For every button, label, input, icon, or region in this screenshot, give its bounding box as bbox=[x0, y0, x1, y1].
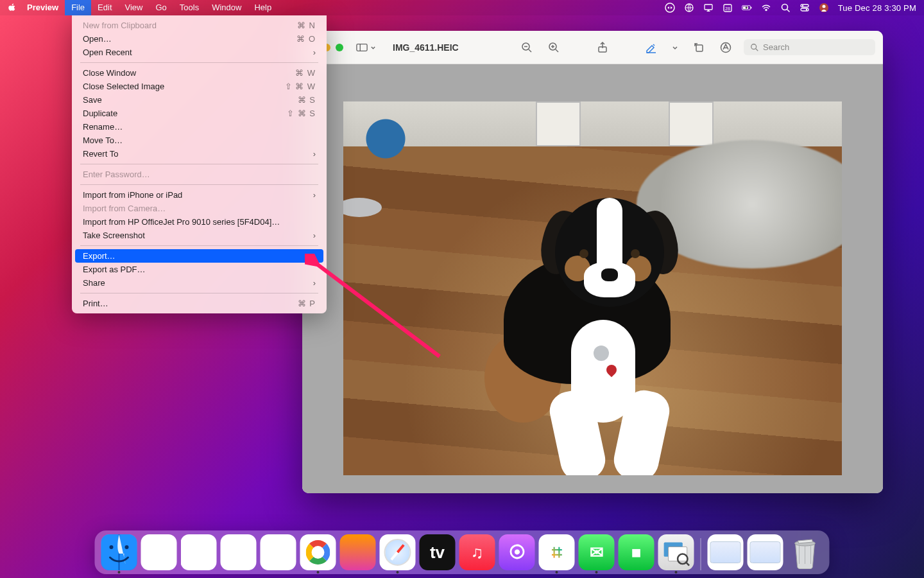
file-menu-duplicate[interactable]: Duplicate⇧ ⌘ S bbox=[75, 107, 323, 120]
markup-button[interactable] bbox=[642, 39, 660, 57]
date-icon[interactable]: 28 bbox=[723, 3, 733, 13]
dock-preview[interactable] bbox=[658, 534, 694, 570]
window-titlebar: IMG_4611.HEIC Search bbox=[302, 31, 883, 64]
svg-line-18 bbox=[529, 49, 531, 52]
menubar-clock[interactable]: Tue Dec 28 3:30 PM bbox=[838, 3, 916, 13]
svg-line-29 bbox=[756, 48, 758, 51]
menu-view[interactable]: View bbox=[119, 0, 150, 15]
svg-text:28: 28 bbox=[725, 6, 730, 11]
dock-minimized-thumb-a[interactable] bbox=[708, 534, 744, 570]
dock-outlook[interactable]: O bbox=[261, 534, 296, 570]
menu-help[interactable]: Help bbox=[248, 0, 278, 15]
markup-dropdown[interactable] bbox=[669, 39, 681, 57]
share-button[interactable] bbox=[594, 39, 612, 57]
file-menu-dropdown: New from Clipboard⌘ NOpen…⌘ OOpen Recent… bbox=[72, 15, 327, 313]
menu-app-name[interactable]: Preview bbox=[21, 0, 65, 15]
svg-point-28 bbox=[751, 44, 757, 49]
dock-firefox[interactable] bbox=[340, 534, 376, 570]
globe-icon[interactable] bbox=[684, 3, 694, 13]
rotate-button[interactable] bbox=[690, 39, 708, 57]
dock-messages[interactable]: ✉ bbox=[579, 534, 615, 570]
svg-point-32 bbox=[110, 545, 114, 549]
zoom-out-button[interactable] bbox=[518, 39, 536, 57]
search-icon bbox=[750, 43, 759, 52]
dock-facetime[interactable]: ■ bbox=[619, 534, 654, 570]
svg-point-33 bbox=[125, 545, 129, 549]
file-menu-share[interactable]: Share› bbox=[75, 276, 323, 290]
svg-rect-2 bbox=[705, 4, 712, 10]
file-menu-rename[interactable]: Rename… bbox=[75, 120, 323, 134]
file-menu-print[interactable]: Print…⌘ P bbox=[75, 297, 323, 310]
dock-finder[interactable] bbox=[101, 534, 137, 570]
svg-line-21 bbox=[556, 49, 558, 52]
image-canvas[interactable] bbox=[302, 64, 883, 493]
dock-powerpoint[interactable]: P bbox=[141, 534, 177, 570]
screen-mirror-icon[interactable] bbox=[703, 3, 714, 13]
control-center-icon[interactable] bbox=[800, 3, 810, 13]
file-menu-open[interactable]: Open…⌘ O bbox=[75, 32, 323, 46]
svg-rect-6 bbox=[751, 7, 751, 9]
sidebar-toggle-button[interactable] bbox=[352, 40, 380, 55]
file-menu-export-as-pdf[interactable]: Export as PDF… bbox=[75, 263, 323, 276]
dock: PXWOtv♫⦿⌗✉■ bbox=[95, 530, 830, 574]
spotlight-icon[interactable] bbox=[780, 3, 791, 13]
dock-word[interactable]: W bbox=[221, 534, 257, 570]
file-menu-close-window[interactable]: Close Window⌘ W bbox=[75, 66, 323, 80]
search-placeholder: Search bbox=[763, 42, 789, 52]
file-menu-import-from-iphone-or-ipad[interactable]: Import from iPhone or iPad› bbox=[75, 188, 323, 202]
dock-slack[interactable]: ⌗ bbox=[539, 534, 575, 570]
file-menu-enter-password: Enter Password… bbox=[75, 168, 323, 181]
status-icons: 28 Tue Dec 28 3:30 PM bbox=[665, 3, 916, 13]
battery-icon[interactable] bbox=[742, 3, 752, 13]
file-menu-import-from-camera: Import from Camera… bbox=[75, 202, 323, 215]
file-menu-close-selected-image[interactable]: Close Selected Image⇧ ⌘ W bbox=[75, 80, 323, 93]
svg-point-14 bbox=[822, 5, 825, 8]
zoom-in-button[interactable] bbox=[545, 39, 563, 57]
file-menu-open-recent[interactable]: Open Recent› bbox=[75, 46, 323, 59]
info-button[interactable] bbox=[717, 39, 735, 57]
menu-edit[interactable]: Edit bbox=[91, 0, 118, 15]
menu-window[interactable]: Window bbox=[205, 0, 248, 15]
file-menu-move-to[interactable]: Move To… bbox=[75, 134, 323, 147]
menu-go[interactable]: Go bbox=[149, 0, 173, 15]
svg-rect-26 bbox=[696, 45, 703, 51]
svg-point-8 bbox=[782, 4, 787, 10]
file-menu-revert-to[interactable]: Revert To› bbox=[75, 147, 323, 161]
search-field[interactable]: Search bbox=[744, 39, 875, 55]
teamviewer-icon[interactable] bbox=[665, 3, 675, 13]
svg-point-10 bbox=[801, 5, 803, 6]
file-menu-take-screenshot[interactable]: Take Screenshot› bbox=[75, 229, 323, 242]
menu-tools[interactable]: Tools bbox=[173, 0, 205, 15]
user-icon[interactable] bbox=[819, 3, 829, 13]
svg-rect-15 bbox=[357, 44, 367, 51]
wifi-icon[interactable] bbox=[761, 3, 771, 13]
dock-appletv[interactable]: tv bbox=[420, 534, 456, 570]
dock-safari[interactable] bbox=[380, 534, 416, 570]
dock-minimized-thumb-b[interactable] bbox=[748, 534, 783, 570]
svg-line-37 bbox=[686, 562, 689, 565]
svg-point-0 bbox=[665, 3, 674, 12]
apple-logo-icon[interactable] bbox=[8, 3, 17, 12]
file-menu-export[interactable]: Export… bbox=[75, 249, 323, 263]
system-menubar: Preview File Edit View Go Tools Window H… bbox=[0, 0, 924, 15]
dock-excel[interactable]: X bbox=[181, 534, 217, 570]
svg-point-12 bbox=[805, 9, 807, 10]
preview-window: IMG_4611.HEIC Search bbox=[302, 31, 883, 493]
file-menu-save[interactable]: Save⌘ S bbox=[75, 93, 323, 107]
dock-chrome[interactable] bbox=[300, 534, 336, 570]
document-image bbox=[343, 101, 842, 475]
dock-trash[interactable] bbox=[787, 534, 823, 570]
zoom-window-button[interactable] bbox=[336, 44, 343, 51]
file-menu-new-from-clipboard: New from Clipboard⌘ N bbox=[75, 19, 323, 32]
dock-podcasts[interactable]: ⦿ bbox=[499, 534, 535, 570]
dock-music[interactable]: ♫ bbox=[459, 534, 495, 570]
menu-file[interactable]: File bbox=[65, 0, 91, 15]
file-menu-import-from-hp-officejet-pro-series-f-d[interactable]: Import from HP OfficeJet Pro 9010 series… bbox=[75, 215, 323, 229]
window-title: IMG_4611.HEIC bbox=[393, 42, 459, 53]
